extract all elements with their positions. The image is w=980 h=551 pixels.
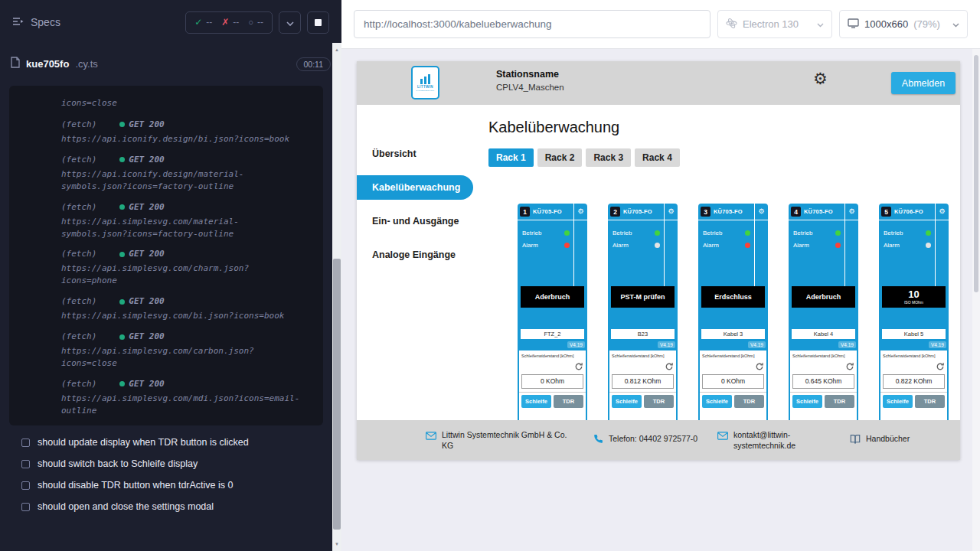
schleife-button[interactable]: Schleife	[521, 395, 551, 408]
measurement-panel: Schleifenwiderstand [kOhm] 0 KOhm Schlei…	[700, 350, 766, 420]
refresh-icon[interactable]	[574, 360, 583, 371]
alarm-led	[564, 243, 570, 248]
tdr-button[interactable]: TDR	[644, 395, 674, 408]
app-main: Kabelüberwachung Rack 1 Rack 2 Rack 3 Ra…	[473, 105, 960, 420]
test-box-icon	[21, 503, 30, 511]
stop-button[interactable]	[307, 11, 329, 34]
check-icon: ✓	[194, 17, 202, 28]
stat-failed: ✗--	[221, 17, 239, 28]
device-card-2: 2 KÜ705-FO ⚙ Betrieb Alarm PST-M	[608, 204, 678, 420]
tab-rack-3[interactable]: Rack 3	[586, 148, 631, 167]
device-settings-gear-icon[interactable]: ⚙	[577, 208, 583, 215]
betrieb-led	[655, 230, 660, 236]
success-dot-icon	[119, 252, 125, 257]
logout-button[interactable]: Abmelden	[891, 72, 956, 94]
success-dot-icon	[119, 157, 125, 162]
nav-item-analoge-eingaenge[interactable]: Analoge Eingänge	[357, 243, 473, 267]
device-settings-gear-icon[interactable]: ⚙	[848, 208, 854, 215]
device-number: 3	[701, 207, 710, 217]
specs-label: Specs	[31, 16, 60, 28]
app-footer: Littwin Systemtechnik GmbH & Co. KG Tele…	[357, 420, 960, 460]
device-settings-gear-icon[interactable]: ⚙	[758, 208, 764, 215]
device-model: KÜ705-FO	[533, 208, 562, 215]
browser-select[interactable]: Electron 130	[717, 10, 832, 38]
scroll-down-icon[interactable]: ▼	[332, 539, 341, 549]
nav-item-kabelueberwachung[interactable]: Kabelüberwachung	[357, 175, 473, 200]
firmware-version: V4.19	[567, 341, 585, 348]
refresh-icon[interactable]	[665, 360, 674, 371]
footer-company: Littwin Systemtechnik GmbH & Co. KG	[426, 429, 578, 451]
viewport-size: 1000x660	[864, 18, 908, 30]
scrollbar-thumb[interactable]	[974, 55, 978, 292]
test-stats: ✓-- ✗-- ○--	[185, 11, 273, 34]
schleife-button[interactable]: Schleife	[702, 395, 732, 408]
footer-manuals[interactable]: Handbücher	[850, 433, 910, 447]
tdr-button[interactable]: TDR	[915, 395, 945, 408]
viewport-select[interactable]: 1000x660 (79%)	[839, 10, 968, 38]
url-bar[interactable]: http://localhost:3000/kabelueberwachung	[354, 10, 710, 38]
refresh-icon[interactable]	[936, 360, 945, 371]
success-dot-icon	[119, 381, 125, 386]
settings-gear-icon[interactable]: ⚙	[813, 70, 828, 86]
screen: Specs ✓-- ✗-- ○-- kue705fo .cy.ts 00:11	[0, 0, 980, 551]
log-entry[interactable]: (fetch)GET 200 https://api.iconify.desig…	[61, 154, 302, 193]
resistance-value: 0.812 KOhm	[612, 374, 674, 389]
test-item[interactable]: should disable TDR button when tdrActive…	[21, 474, 322, 496]
device-settings-gear-icon[interactable]: ⚙	[939, 208, 945, 215]
footer-email[interactable]: kontakt@littwin-systemtechnik.de	[717, 429, 835, 451]
schleife-button[interactable]: Schleife	[612, 395, 642, 408]
test-item[interactable]: should update display when TDR button is…	[21, 432, 322, 453]
station-info: Stationsname CPLV4_Maschen	[496, 69, 564, 92]
card-header: 2 KÜ705-FO	[608, 204, 664, 220]
measurement-label: Schleifenwiderstand [kOhm]	[609, 350, 676, 359]
test-item[interactable]: should open and close the settings modal	[21, 496, 322, 517]
tab-rack-4[interactable]: Rack 4	[635, 148, 680, 167]
tdr-button[interactable]: TDR	[825, 395, 854, 408]
nav-item-ein-und-ausgaenge[interactable]: Ein- und Ausgänge	[357, 209, 473, 233]
refresh-icon[interactable]	[755, 360, 764, 371]
spec-extension: .cy.ts	[75, 58, 97, 70]
alarm-led	[835, 243, 841, 248]
success-dot-icon	[119, 299, 125, 305]
spec-file-row[interactable]: kue705fo .cy.ts 00:11	[11, 57, 331, 71]
scroll-up-icon[interactable]: ▲	[332, 44, 341, 55]
tab-rack-2[interactable]: Rack 2	[537, 148, 583, 167]
device-number: 1	[520, 207, 530, 217]
scrollbar-thumb[interactable]	[333, 259, 341, 530]
panel-scrollbar[interactable]: ▲ ▼	[332, 43, 341, 551]
footer-phone[interactable]: Telefon: 04402 972577-0	[593, 433, 702, 447]
rack-tabs: Rack 1 Rack 2 Rack 3 Rack 4	[488, 148, 680, 167]
tdr-button[interactable]: TDR	[554, 395, 583, 408]
test-box-icon	[21, 439, 30, 447]
test-item[interactable]: should switch back to Schleife display	[21, 453, 322, 474]
schleife-button[interactable]: Schleife	[792, 395, 822, 408]
station-label: Stationsname	[496, 69, 564, 80]
log-entry[interactable]: (fetch)GET 200 https://api.simplesvg.com…	[61, 295, 302, 322]
led-panel: Betrieb Alarm	[879, 220, 935, 286]
nav-item-uebersicht[interactable]: Übersicht	[357, 142, 473, 166]
status-display: Aderbruch	[521, 286, 584, 308]
device-number: 4	[791, 207, 801, 217]
device-model: KÜ705-FO	[804, 208, 833, 215]
tdr-button[interactable]: TDR	[734, 395, 764, 408]
log-entry[interactable]: (fetch)GET 200 https://api.simplesvg.com…	[61, 331, 302, 370]
device-settings-gear-icon[interactable]: ⚙	[668, 208, 674, 215]
log-entry[interactable]: (fetch)GET 200 https://api.simplesvg.com…	[61, 201, 302, 240]
device-card-4: 4 KÜ705-FO ⚙ Betrieb Alarm Aderbr	[789, 204, 858, 420]
specs-toggle[interactable]: Specs	[12, 16, 60, 29]
schleife-button[interactable]: Schleife	[883, 395, 913, 408]
log-entry[interactable]: (fetch)GET 200 https://api.simplesvg.com…	[61, 248, 302, 287]
tab-rack-1[interactable]: Rack 1	[488, 148, 534, 167]
betrieb-led	[835, 230, 841, 236]
refresh-icon[interactable]	[845, 360, 854, 371]
log-entry[interactable]: (fetch)GET 200 https://api.simplesvg.com…	[61, 378, 302, 417]
led-panel: Betrieb Alarm	[789, 220, 844, 286]
collapse-button[interactable]	[279, 11, 301, 34]
led-panel: Betrieb Alarm	[698, 220, 754, 286]
status-display: PST-M prüfen	[611, 286, 675, 308]
browser-scrollbar[interactable]	[972, 49, 980, 551]
log-entry[interactable]: (fetch)GET 200 https://api.iconify.desig…	[61, 119, 302, 145]
command-log: icons=close (fetch)GET 200 https://api.i…	[9, 86, 323, 425]
phone-icon	[593, 433, 603, 447]
spec-timer: 00:11	[296, 57, 332, 71]
